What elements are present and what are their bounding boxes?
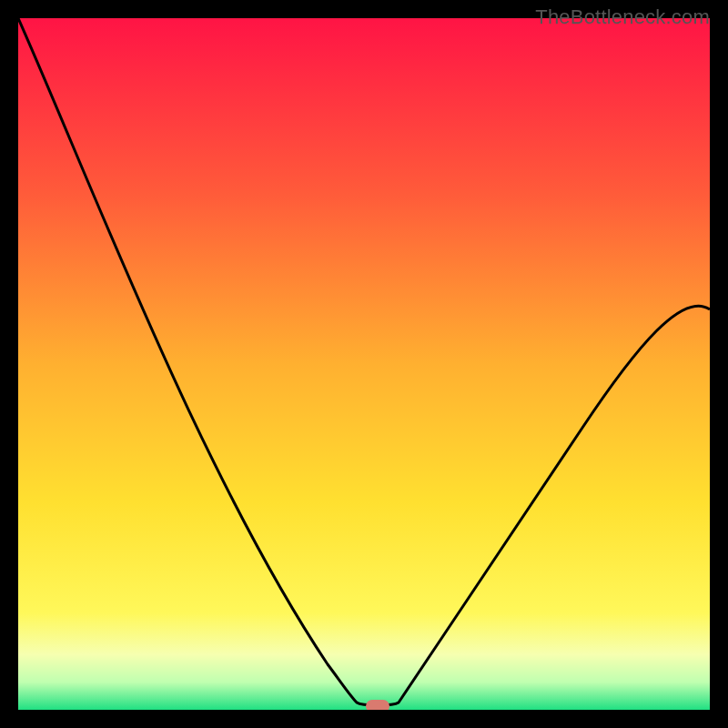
optimal-marker [366, 700, 389, 710]
plot-area [18, 18, 710, 710]
watermark-text: TheBottleneck.com [535, 5, 710, 29]
bottleneck-curve [18, 18, 710, 710]
curve-path [18, 18, 710, 705]
